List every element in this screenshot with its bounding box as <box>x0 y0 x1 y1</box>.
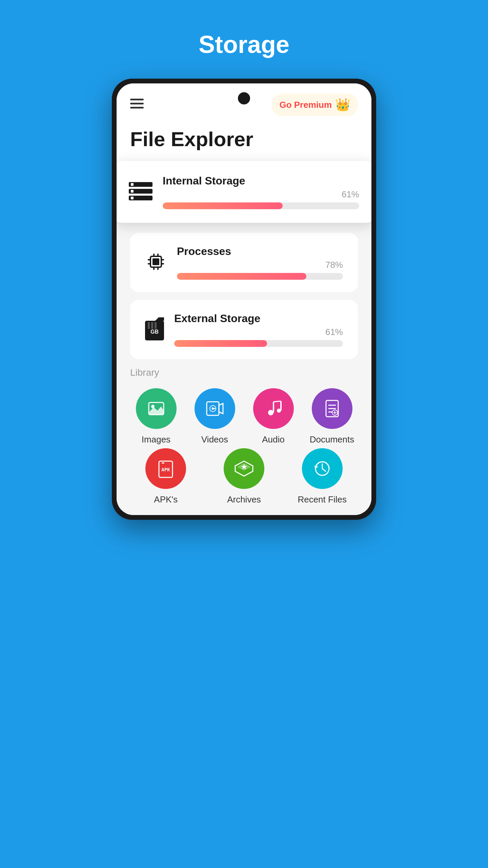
apks-label: APK's <box>154 494 178 505</box>
archives-label: Archives <box>227 494 261 505</box>
external-storage-icon: GB <box>145 317 164 342</box>
library-grid-row1: Images Videos <box>130 388 358 445</box>
library-item-audio[interactable]: Audio <box>247 388 299 445</box>
premium-badge[interactable]: Go Premium 👑 <box>272 94 358 116</box>
svg-rect-14 <box>157 267 159 270</box>
svg-rect-17 <box>161 259 164 260</box>
apks-icon-circle: APK <box>145 448 186 489</box>
processes-card: Processes 78% <box>130 233 358 292</box>
svg-marker-50 <box>314 466 318 469</box>
svg-rect-10 <box>152 258 159 265</box>
page-title: Storage <box>199 31 289 58</box>
svg-rect-18 <box>161 263 164 264</box>
library-item-apks[interactable]: APK APK's <box>130 448 202 505</box>
processes-icon <box>145 251 167 274</box>
main-content: Processes 78% GB <box>117 223 371 515</box>
svg-rect-8 <box>131 197 134 199</box>
phone-screen: Go Premium 👑 File Explorer Internal Stor… <box>117 83 371 515</box>
external-storage-card: GB External Storage 61% <box>130 300 358 359</box>
app-title: File Explorer <box>117 124 371 161</box>
crown-icon: 👑 <box>335 98 350 112</box>
internal-progress-container <box>163 202 359 209</box>
library-item-videos[interactable]: Videos <box>189 388 241 445</box>
svg-rect-7 <box>131 190 134 193</box>
svg-rect-12 <box>157 254 159 257</box>
processes-label: Processes <box>177 245 343 258</box>
external-storage-percent: 61% <box>174 327 343 337</box>
svg-rect-22 <box>148 322 150 329</box>
external-storage-info: External Storage 61% <box>174 312 343 347</box>
svg-rect-23 <box>151 322 153 329</box>
internal-storage-icon <box>129 182 152 202</box>
archives-icon-circle: ★ <box>224 448 264 489</box>
svg-text:GB: GB <box>150 329 159 335</box>
svg-rect-33 <box>273 402 274 413</box>
processes-info: Processes 78% <box>177 245 343 280</box>
documents-label: Documents <box>310 434 354 445</box>
internal-progress-fill <box>163 202 283 209</box>
svg-rect-6 <box>131 183 134 186</box>
svg-rect-0 <box>130 99 144 100</box>
svg-rect-15 <box>148 259 151 260</box>
recent-icon-circle <box>302 448 343 489</box>
external-progress-fill <box>174 340 267 347</box>
library-grid-row2: APK APK's ★ Archives <box>130 448 358 505</box>
internal-storage-percent: 61% <box>163 189 359 200</box>
camera-dot <box>238 92 250 104</box>
svg-rect-16 <box>148 263 151 264</box>
audio-icon-circle <box>253 388 294 429</box>
processes-progress-container <box>177 273 343 280</box>
external-storage-label: External Storage <box>174 312 343 325</box>
phone-topbar: Go Premium 👑 <box>117 83 371 124</box>
svg-marker-30 <box>212 407 216 410</box>
library-item-documents[interactable]: Documents <box>306 388 358 445</box>
library-item-images[interactable]: Images <box>130 388 182 445</box>
internal-storage-info: Internal Storage 61% <box>163 175 359 209</box>
images-icon-circle <box>136 388 177 429</box>
svg-rect-1 <box>130 103 144 104</box>
premium-label: Go Premium <box>279 100 332 110</box>
svg-marker-28 <box>219 403 223 414</box>
videos-label: Videos <box>201 434 228 445</box>
library-label: Library <box>130 367 358 378</box>
svg-rect-11 <box>153 254 155 257</box>
svg-rect-24 <box>155 322 157 329</box>
svg-line-35 <box>273 401 281 402</box>
svg-marker-20 <box>145 317 164 321</box>
recent-label: Recent Files <box>298 494 347 505</box>
processes-progress-fill <box>177 273 306 280</box>
images-label: Images <box>142 434 170 445</box>
internal-storage-label: Internal Storage <box>163 175 359 187</box>
phone-shell: Go Premium 👑 File Explorer Internal Stor… <box>112 79 376 520</box>
svg-text:APK: APK <box>162 467 170 472</box>
svg-text:★: ★ <box>241 463 247 471</box>
svg-rect-2 <box>130 107 144 108</box>
audio-label: Audio <box>262 434 285 445</box>
external-progress-container <box>174 340 343 347</box>
library-item-recent[interactable]: Recent Files <box>286 448 358 505</box>
internal-storage-card: Internal Storage 61% <box>117 161 371 223</box>
hamburger-icon[interactable] <box>130 99 144 111</box>
videos-icon-circle <box>195 388 235 429</box>
svg-rect-34 <box>280 401 282 411</box>
processes-percent: 78% <box>177 260 343 270</box>
library-item-archives[interactable]: ★ Archives <box>208 448 280 505</box>
svg-point-31 <box>268 410 273 415</box>
documents-icon-circle <box>312 388 352 429</box>
svg-rect-45 <box>162 462 164 463</box>
svg-rect-13 <box>153 267 155 270</box>
